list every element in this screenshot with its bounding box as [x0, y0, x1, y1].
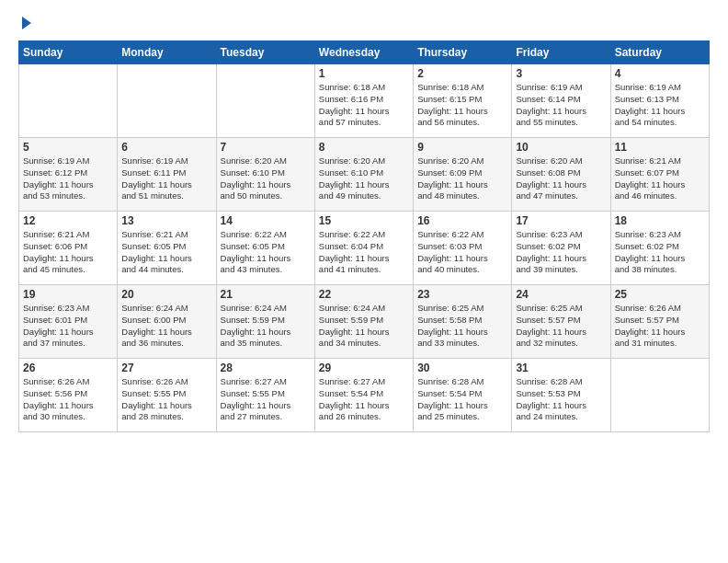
calendar-cell: 26Sunrise: 6:26 AM Sunset: 5:56 PM Dayli… [19, 359, 118, 432]
calendar-header-tuesday: Tuesday [216, 41, 314, 64]
day-info: Sunrise: 6:26 AM Sunset: 5:57 PM Dayligh… [615, 303, 705, 350]
calendar-cell: 24Sunrise: 6:25 AM Sunset: 5:57 PM Dayli… [512, 285, 610, 359]
day-info: Sunrise: 6:24 AM Sunset: 5:59 PM Dayligh… [221, 303, 311, 350]
day-number: 1 [319, 67, 409, 80]
day-info: Sunrise: 6:20 AM Sunset: 6:09 PM Dayligh… [417, 155, 507, 202]
calendar-header-row: SundayMondayTuesdayWednesdayThursdayFrid… [19, 41, 710, 64]
day-info: Sunrise: 6:22 AM Sunset: 6:03 PM Dayligh… [417, 229, 507, 276]
calendar-cell: 12Sunrise: 6:21 AM Sunset: 6:06 PM Dayli… [19, 212, 118, 285]
day-info: Sunrise: 6:25 AM Sunset: 5:58 PM Dayligh… [417, 303, 507, 350]
calendar-cell [19, 64, 118, 138]
calendar-cell: 3Sunrise: 6:19 AM Sunset: 6:14 PM Daylig… [512, 64, 610, 138]
calendar-cell: 23Sunrise: 6:25 AM Sunset: 5:58 PM Dayli… [414, 285, 512, 359]
day-info: Sunrise: 6:22 AM Sunset: 6:04 PM Dayligh… [319, 229, 409, 276]
day-number: 5 [23, 141, 113, 154]
day-number: 10 [516, 141, 606, 154]
day-number: 16 [417, 214, 507, 227]
day-number: 31 [516, 362, 606, 374]
calendar-cell: 17Sunrise: 6:23 AM Sunset: 6:02 PM Dayli… [512, 212, 610, 285]
calendar-cell: 6Sunrise: 6:19 AM Sunset: 6:11 PM Daylig… [118, 138, 216, 212]
day-number: 25 [615, 288, 705, 301]
day-number: 14 [221, 214, 311, 227]
day-number: 30 [417, 362, 507, 374]
day-info: Sunrise: 6:23 AM Sunset: 6:01 PM Dayligh… [23, 303, 113, 350]
day-info: Sunrise: 6:27 AM Sunset: 5:54 PM Dayligh… [319, 376, 409, 423]
calendar-header-wednesday: Wednesday [314, 41, 413, 64]
calendar-cell: 14Sunrise: 6:22 AM Sunset: 6:05 PM Dayli… [216, 212, 314, 285]
calendar-cell: 16Sunrise: 6:22 AM Sunset: 6:03 PM Dayli… [414, 212, 512, 285]
day-number: 6 [121, 141, 211, 154]
day-info: Sunrise: 6:19 AM Sunset: 6:12 PM Dayligh… [23, 155, 113, 202]
calendar-week-row: 19Sunrise: 6:23 AM Sunset: 6:01 PM Dayli… [19, 285, 710, 359]
day-info: Sunrise: 6:20 AM Sunset: 6:08 PM Dayligh… [516, 155, 606, 202]
day-info: Sunrise: 6:28 AM Sunset: 5:53 PM Dayligh… [516, 376, 606, 423]
calendar-week-row: 1Sunrise: 6:18 AM Sunset: 6:16 PM Daylig… [19, 64, 710, 138]
calendar-cell: 28Sunrise: 6:27 AM Sunset: 5:55 PM Dayli… [216, 359, 314, 432]
calendar-cell: 31Sunrise: 6:28 AM Sunset: 5:53 PM Dayli… [512, 359, 610, 432]
day-info: Sunrise: 6:24 AM Sunset: 6:00 PM Dayligh… [121, 303, 211, 350]
day-number: 19 [23, 288, 113, 301]
day-info: Sunrise: 6:28 AM Sunset: 5:54 PM Dayligh… [417, 376, 507, 423]
day-number: 29 [319, 362, 409, 374]
calendar-cell: 20Sunrise: 6:24 AM Sunset: 6:00 PM Dayli… [118, 285, 216, 359]
day-info: Sunrise: 6:20 AM Sunset: 6:10 PM Dayligh… [221, 155, 311, 202]
day-number: 9 [417, 141, 507, 154]
day-number: 28 [221, 362, 311, 374]
calendar-cell: 7Sunrise: 6:20 AM Sunset: 6:10 PM Daylig… [216, 138, 314, 212]
day-info: Sunrise: 6:23 AM Sunset: 6:02 PM Dayligh… [516, 229, 606, 276]
calendar-cell: 27Sunrise: 6:26 AM Sunset: 5:55 PM Dayli… [118, 359, 216, 432]
calendar-cell: 21Sunrise: 6:24 AM Sunset: 5:59 PM Dayli… [216, 285, 314, 359]
logo [18, 18, 31, 29]
day-number: 12 [23, 214, 113, 227]
day-info: Sunrise: 6:23 AM Sunset: 6:02 PM Dayligh… [615, 229, 705, 276]
calendar-header-friday: Friday [512, 41, 610, 64]
calendar-cell: 29Sunrise: 6:27 AM Sunset: 5:54 PM Dayli… [314, 359, 413, 432]
calendar-cell: 13Sunrise: 6:21 AM Sunset: 6:05 PM Dayli… [118, 212, 216, 285]
calendar-cell: 15Sunrise: 6:22 AM Sunset: 6:04 PM Dayli… [314, 212, 413, 285]
day-info: Sunrise: 6:22 AM Sunset: 6:05 PM Dayligh… [221, 229, 311, 276]
day-number: 7 [221, 141, 311, 154]
day-number: 2 [417, 67, 507, 80]
day-info: Sunrise: 6:21 AM Sunset: 6:07 PM Dayligh… [615, 155, 705, 202]
day-info: Sunrise: 6:26 AM Sunset: 5:56 PM Dayligh… [23, 376, 113, 423]
day-number: 4 [615, 67, 705, 80]
calendar-week-row: 5Sunrise: 6:19 AM Sunset: 6:12 PM Daylig… [19, 138, 710, 212]
day-number: 24 [516, 288, 606, 301]
header [18, 18, 710, 29]
calendar-cell [610, 359, 709, 432]
calendar-cell: 19Sunrise: 6:23 AM Sunset: 6:01 PM Dayli… [19, 285, 118, 359]
calendar-cell: 2Sunrise: 6:18 AM Sunset: 6:15 PM Daylig… [414, 64, 512, 138]
day-number: 8 [319, 141, 409, 154]
calendar-header-saturday: Saturday [610, 41, 709, 64]
calendar-cell: 10Sunrise: 6:20 AM Sunset: 6:08 PM Dayli… [512, 138, 610, 212]
day-number: 20 [121, 288, 211, 301]
day-info: Sunrise: 6:19 AM Sunset: 6:13 PM Dayligh… [615, 82, 705, 129]
calendar-cell: 8Sunrise: 6:20 AM Sunset: 6:10 PM Daylig… [314, 138, 413, 212]
calendar-cell [216, 64, 314, 138]
day-info: Sunrise: 6:19 AM Sunset: 6:11 PM Dayligh… [121, 155, 211, 202]
day-info: Sunrise: 6:20 AM Sunset: 6:10 PM Dayligh… [319, 155, 409, 202]
day-number: 13 [121, 214, 211, 227]
day-number: 11 [615, 141, 705, 154]
calendar-cell: 11Sunrise: 6:21 AM Sunset: 6:07 PM Dayli… [610, 138, 709, 212]
calendar-cell [118, 64, 216, 138]
page: SundayMondayTuesdayWednesdayThursdayFrid… [0, 0, 728, 563]
calendar-cell: 25Sunrise: 6:26 AM Sunset: 5:57 PM Dayli… [610, 285, 709, 359]
calendar-cell: 22Sunrise: 6:24 AM Sunset: 5:59 PM Dayli… [314, 285, 413, 359]
day-info: Sunrise: 6:21 AM Sunset: 6:05 PM Dayligh… [121, 229, 211, 276]
calendar-header-thursday: Thursday [414, 41, 512, 64]
calendar-week-row: 12Sunrise: 6:21 AM Sunset: 6:06 PM Dayli… [19, 212, 710, 285]
day-number: 23 [417, 288, 507, 301]
calendar-cell: 5Sunrise: 6:19 AM Sunset: 6:12 PM Daylig… [19, 138, 118, 212]
day-info: Sunrise: 6:18 AM Sunset: 6:16 PM Dayligh… [319, 82, 409, 129]
day-number: 22 [319, 288, 409, 301]
calendar-cell: 30Sunrise: 6:28 AM Sunset: 5:54 PM Dayli… [414, 359, 512, 432]
calendar-table: SundayMondayTuesdayWednesdayThursdayFrid… [18, 40, 710, 432]
logo-arrow-icon [22, 17, 31, 29]
day-info: Sunrise: 6:19 AM Sunset: 6:14 PM Dayligh… [516, 82, 606, 129]
day-number: 3 [516, 67, 606, 80]
day-info: Sunrise: 6:27 AM Sunset: 5:55 PM Dayligh… [221, 376, 311, 423]
day-info: Sunrise: 6:24 AM Sunset: 5:59 PM Dayligh… [319, 303, 409, 350]
day-info: Sunrise: 6:18 AM Sunset: 6:15 PM Dayligh… [417, 82, 507, 129]
day-number: 27 [121, 362, 211, 374]
